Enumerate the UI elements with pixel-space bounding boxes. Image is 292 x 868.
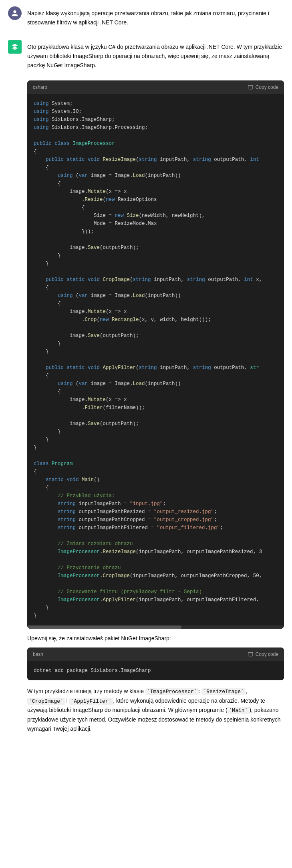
bash-code-content: dotnet add package SixLabors.ImageSharp — [27, 661, 284, 680]
inline-code-main: `Main` — [228, 707, 250, 714]
inline-code-resizeimage: `ResizeImage` — [201, 688, 245, 695]
bash-copy-button[interactable]: Copy code — [248, 652, 278, 657]
inline-code-applyfilter: `ApplyFilter` — [69, 698, 113, 705]
nuget-note: Upewnij się, że zainstalowałeś pakiet Nu… — [27, 634, 284, 643]
ai-avatar — [8, 40, 22, 54]
bash-code-block: bash Copy code dotnet add package SixLab… — [27, 647, 284, 680]
bash-lang-label: bash — [33, 651, 43, 658]
csharp-lang-label: csharp — [33, 84, 47, 91]
user-message-text: Napisz klasę wykonującą operacje przetwa… — [27, 6, 284, 27]
csharp-code-content: using System; using System.IO; using Six… — [27, 94, 284, 625]
copy-icon — [248, 652, 254, 657]
code-scrollbar-thumb — [27, 625, 181, 629]
bash-code-header: bash Copy code — [27, 647, 284, 661]
ai-message-intro: Oto przykładowa klasa w języku C# do prz… — [27, 40, 284, 70]
code-scrollbar[interactable] — [27, 625, 284, 629]
inline-code-imageprocessor: `ImageProcessor` — [145, 688, 199, 695]
copy-icon — [248, 84, 254, 90]
csharp-code-block: csharp Copy code using System; using Sys… — [27, 80, 284, 629]
ai-message: Oto przykładowa klasa w języku C# do prz… — [0, 34, 292, 740]
user-message: Napisz klasę wykonującą operacje przetwa… — [0, 0, 292, 34]
csharp-copy-button[interactable]: Copy code — [248, 84, 278, 90]
ai-outro: W tym przykładzie istnieją trzy metody w… — [27, 687, 284, 734]
user-avatar — [8, 6, 22, 20]
csharp-code-header: csharp Copy code — [27, 80, 284, 94]
inline-code-cropimage: `CropImage` — [27, 698, 65, 705]
